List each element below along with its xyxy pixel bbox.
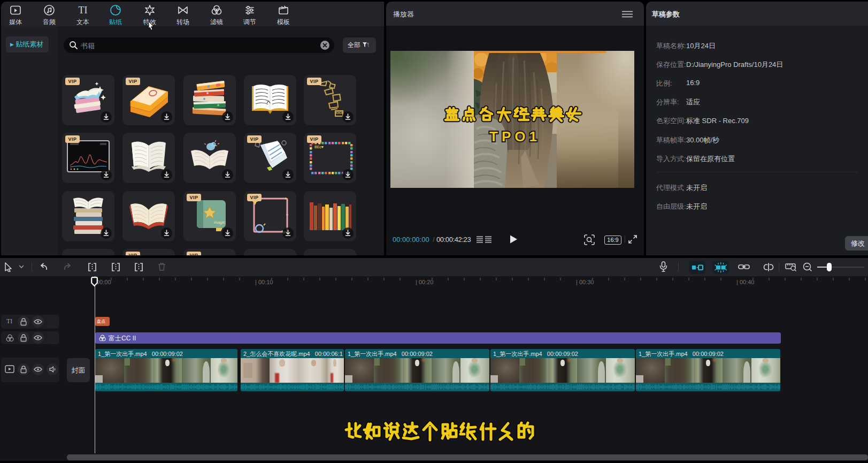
svg-text:TI: TI — [79, 5, 88, 16]
svg-text:magic: magic — [214, 220, 225, 225]
svg-text:BEc♥: BEc♥ — [314, 145, 324, 149]
